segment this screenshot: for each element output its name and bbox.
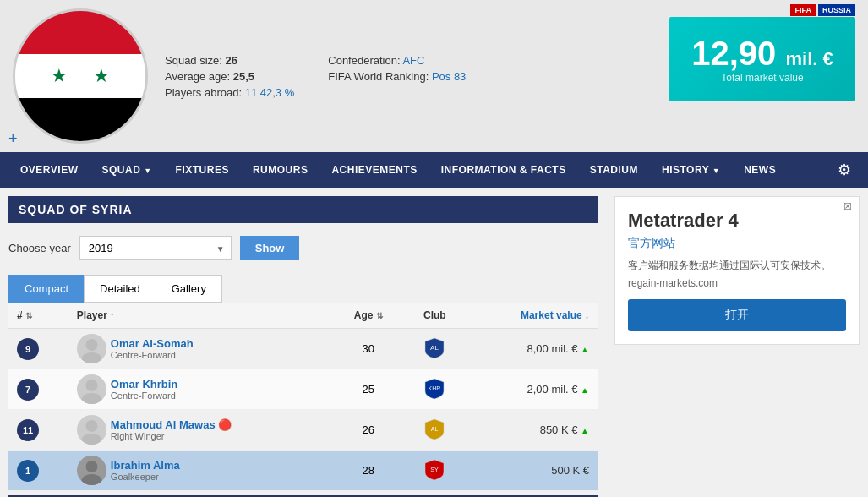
player-age-cell: 30 [333,329,403,369]
col-club: Club [403,303,466,329]
player-name-link[interactable]: Omar Al-Somah [111,337,194,350]
player-name-link[interactable]: Omar Khrbin [111,378,177,390]
player-name-link[interactable]: Ibrahim Alma [111,459,180,472]
nav-overview[interactable]: OVERVIEW [8,152,90,188]
market-value-number: 12,90 mil. € [691,35,833,72]
add-button[interactable]: + [8,130,18,148]
player-number-cell: 7 [8,369,68,410]
player-details: Omar Al-Somah Centre-Forward [111,337,194,360]
player-market-value-cell: 500 K € [466,451,598,491]
player-age-cell: 28 [333,451,403,491]
col-number[interactable]: # ⇅ [8,303,68,329]
confederation-link[interactable]: AFC [402,54,424,67]
players-abroad-link[interactable]: 11 42,3 % [245,86,295,99]
main-content: SQUAD OF SYRIA Choose year 2019 2018 201… [0,188,868,497]
table-row: 7 Omar Khrbin Centre-Forward 25 [8,369,598,410]
nav-news[interactable]: NEWS [732,152,788,188]
svg-text:AL: AL [430,344,439,352]
player-age-cell: 26 [333,410,403,451]
ad-subtitle: 官方网站 [628,236,846,251]
trend-up-icon: ▲ [581,385,589,395]
tab-detailed[interactable]: Detailed [84,275,156,303]
view-tabs: Compact Detailed Gallery [8,275,598,303]
table-row: 11 Mahmoud Al Mawas 🔴 Right Winger [8,410,598,451]
market-value-label: Total market value [721,72,803,84]
player-details: Ibrahim Alma Goalkeeper [111,459,180,482]
squad-size-info: Squad size: 26 Average age: 25,5 Players… [165,54,294,102]
year-select-wrapper: 2019 2018 2017 [79,236,232,260]
settings-icon[interactable]: ⚙ [829,152,860,188]
nav-rumours[interactable]: RUMOURS [241,152,320,188]
nav-info-facts[interactable]: INFORMATION & FACTS [429,152,578,188]
player-club-cell: AL [403,410,466,451]
svg-text:KHR: KHR [429,385,441,391]
confederation-info: Confederation: AFC FIFA World Ranking: P… [328,54,466,102]
player-info-cell: Mahmoud Al Mawas 🔴 Right Winger [68,410,333,451]
nav-history[interactable]: HISTORY ▼ [650,152,732,188]
player-number-badge: 11 [17,419,39,441]
player-number-cell: 9 [8,329,68,369]
players-abroad-label: Players abroad: [165,86,242,99]
player-photo [77,374,106,404]
year-selector: Choose year 2019 2018 2017 Show [8,232,598,265]
fifa-badge: FIFA [790,4,816,16]
ad-close-button[interactable]: ☒ [843,201,852,212]
header-area: FIFA RUSSIA ★ ★ Squad size: 26 Average a… [0,0,868,152]
svg-point-0 [85,339,97,351]
tab-compact[interactable]: Compact [8,275,85,303]
player-market-value-cell: 2,00 mil. € ▲ [466,369,598,410]
nav-stadium[interactable]: STADIUM [578,152,650,188]
player-age-cell: 25 [333,369,403,410]
avg-age-label: Average age: [165,70,230,83]
svg-text:AL: AL [431,426,439,432]
player-position: Centre-Forward [111,350,194,360]
show-button[interactable]: Show [240,236,300,260]
player-club-cell: SY [403,451,466,491]
player-position: Centre-Forward [111,390,177,401]
ad-description: 客户端和服务数据均通过国际认可安保技术。 [628,258,846,273]
trend-up-icon: ▲ [581,426,589,435]
player-name-link[interactable]: Mahmoud Al Mawas 🔴 [111,418,232,431]
player-photo [77,456,106,485]
svg-point-7 [81,434,101,445]
nav-fixtures[interactable]: FIXTURES [164,152,241,188]
main-nav: OVERVIEW SQUAD ▼ FIXTURES RUMOURS ACHIEV… [0,152,868,188]
col-market-value[interactable]: Market value ↓ [466,303,598,329]
year-label: Choose year [8,242,71,254]
player-info-cell: Ibrahim Alma Goalkeeper [68,451,333,491]
right-sidebar: ☒ Metatrader 4 官方网站 客户端和服务数据均通过国际认可安保技术。… [606,188,868,497]
market-value-box: 12,90 mil. € Total market value [669,17,855,101]
svg-point-10 [81,474,101,485]
player-number-cell: 1 [8,451,68,491]
ad-open-button[interactable]: 打开 [628,299,846,331]
player-position: Right Winger [111,431,232,441]
player-photo [77,415,106,445]
year-select[interactable]: 2019 2018 2017 [79,236,232,260]
nav-squad[interactable]: SQUAD ▼ [90,152,163,188]
squad-section: SQUAD OF SYRIA Choose year 2019 2018 201… [0,188,606,497]
player-info-cell: Omar Al-Somah Centre-Forward [68,329,333,369]
ad-link[interactable]: regain-markets.com [628,277,846,289]
svg-point-4 [81,393,101,404]
col-age[interactable]: Age ⇅ [333,303,403,329]
russia-badge: RUSSIA [818,4,855,16]
tab-gallery[interactable]: Gallery [156,275,222,303]
ad-box: ☒ Metatrader 4 官方网站 客户端和服务数据均通过国际认可安保技术。… [614,196,860,345]
fifa-ranking-link[interactable]: Pos 83 [432,70,466,83]
player-market-value-cell: 850 K € ▲ [466,410,598,451]
player-number-cell: 11 [8,410,68,451]
player-details: Omar Khrbin Centre-Forward [111,378,177,401]
svg-text:SY: SY [431,467,439,472]
ad-title: Metatrader 4 [628,210,846,232]
fifa-logo: FIFA RUSSIA [790,4,855,16]
player-number-badge: 1 [17,460,39,482]
player-photo [77,334,106,363]
nav-achievements[interactable]: ACHIEVEMENTS [319,152,429,188]
player-market-value-cell: 8,00 mil. € ▲ [466,329,598,369]
squad-size-label: Squad size: [165,54,222,67]
col-player[interactable]: Player ↑ [68,303,333,329]
trend-up-icon: ▲ [581,345,589,354]
squad-title: SQUAD OF SYRIA [8,196,598,223]
player-position: Goalkeeper [111,472,180,482]
market-value-container: 12,90 mil. € Total market value [669,17,855,101]
